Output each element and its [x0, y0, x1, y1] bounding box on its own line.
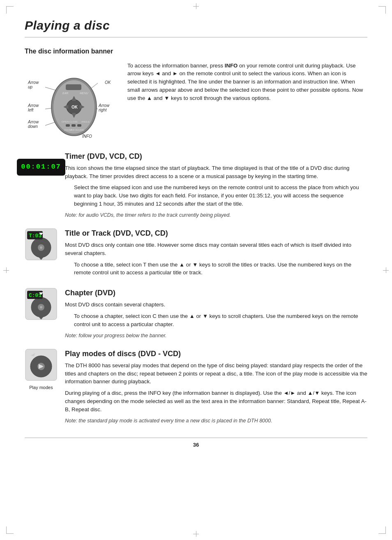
title-track-heading: Title or Track (DVD, VCD, CD): [65, 228, 367, 239]
svg-text:Arrow: Arrow: [28, 80, 39, 85]
svg-rect-29: [66, 124, 70, 127]
svg-text:OK: OK: [71, 105, 78, 109]
timer-section: 00:01:07 Timer (DVD, VCD, CD) This icon …: [25, 151, 367, 220]
svg-text:OK: OK: [105, 80, 111, 85]
svg-text:INFO: INFO: [71, 129, 77, 131]
chapter-icon-area: C:01: [25, 287, 58, 320]
banner-section-heading: The disc information banner: [25, 46, 367, 56]
svg-text:Arrow: Arrow: [98, 103, 110, 108]
title-track-body: Most DVD discs only contain one title. H…: [65, 241, 367, 257]
svg-rect-30: [71, 124, 76, 127]
remote-diagram: Arrow up Arrow left Arrow down OK Arrow …: [25, 62, 119, 142]
chapter-content: Chapter (DVD) Most DVD discs contain sev…: [65, 287, 367, 341]
timer-note: Note: for audio VCDs, the timer refers t…: [65, 211, 367, 219]
svg-text:C:01: C:01: [29, 292, 42, 299]
svg-text:up: up: [28, 85, 33, 89]
corner-mark-bl: [6, 526, 14, 534]
play-modes-icon-area: Play modes: [25, 348, 58, 391]
chapter-body: Most DVD discs contain several chapters.: [65, 301, 367, 309]
title-track-icon-area: T:03: [25, 228, 58, 261]
play-modes-section: Play modes Play modes of discs (DVD - VC…: [25, 348, 367, 426]
center-mark-top: [193, 3, 199, 9]
svg-text:MENU: MENU: [80, 92, 89, 95]
play-modes-label: Play modes: [29, 385, 53, 391]
center-mark-bottom: [193, 531, 199, 537]
chapter-note: Note: follow your progress below the ban…: [65, 332, 367, 339]
timer-body: This icon shows the time elapsed since t…: [65, 164, 367, 181]
svg-rect-31: [77, 124, 81, 127]
timer-indented: Select the time elapsed icon and use the…: [74, 183, 367, 208]
banner-section: Arrow up Arrow left Arrow down OK Arrow …: [25, 62, 367, 142]
chapter-indented: To choose a chapter, select icon C then …: [74, 312, 367, 329]
svg-text:ANGLE: ANGLE: [81, 121, 90, 123]
page-title: Playing a disc: [25, 16, 367, 35]
svg-text:down: down: [28, 124, 38, 129]
title-track-indented: To choose a title, select icon T then us…: [74, 261, 367, 277]
corner-mark-tl: [6, 6, 14, 14]
svg-text:EAR: EAR: [62, 92, 68, 95]
play-modes-note: Note: the standard play mode is activate…: [65, 417, 367, 424]
svg-text:Arrow: Arrow: [28, 103, 39, 108]
svg-text:OPEN-CLOSE: OPEN-CLOSE: [62, 121, 78, 123]
page-number: 36: [25, 441, 367, 449]
svg-point-46: [40, 306, 42, 308]
play-modes-heading: Play modes of discs (DVD - VCD): [65, 348, 367, 359]
title-rule: [25, 37, 367, 37]
timer-content: Timer (DVD, VCD, CD) This icon shows the…: [65, 151, 367, 220]
play-modes-content: Play modes of discs (DVD - VCD) The DTH …: [65, 348, 367, 426]
svg-text:T:03: T:03: [29, 233, 42, 239]
title-track-section: T:03 Title or Track (DVD, VCD, CD) Most …: [25, 228, 367, 280]
corner-mark-br: [378, 526, 386, 534]
svg-text:left: left: [28, 108, 34, 112]
timer-display: 00:01:07: [17, 159, 65, 176]
timer-heading: Timer (DVD, VCD, CD): [65, 151, 367, 162]
bottom-rule: [25, 438, 367, 438]
corner-mark-tr: [378, 6, 386, 14]
svg-text:GUIDE: GUIDE: [76, 129, 84, 131]
svg-point-38: [40, 246, 42, 249]
svg-text:right: right: [99, 108, 107, 112]
chapter-section: C:01 Chapter (DVD) Most DVD discs contai…: [25, 287, 367, 341]
svg-text:Arrow: Arrow: [28, 120, 39, 124]
play-modes-body2: During playing of a disc, press the INFO…: [65, 389, 367, 413]
svg-rect-18: [66, 84, 81, 90]
banner-description: To access the information banner, press …: [127, 62, 367, 142]
page: Playing a disc The disc information bann…: [0, 0, 392, 540]
center-mark-left: [3, 267, 9, 273]
play-modes-body1: The DTH 8000 has several play modes that…: [65, 362, 367, 386]
center-mark-right: [383, 267, 389, 273]
title-track-content: Title or Track (DVD, VCD, CD) Most DVD d…: [65, 228, 367, 280]
chapter-heading: Chapter (DVD): [65, 287, 367, 298]
timer-icon-area: 00:01:07: [25, 151, 58, 184]
